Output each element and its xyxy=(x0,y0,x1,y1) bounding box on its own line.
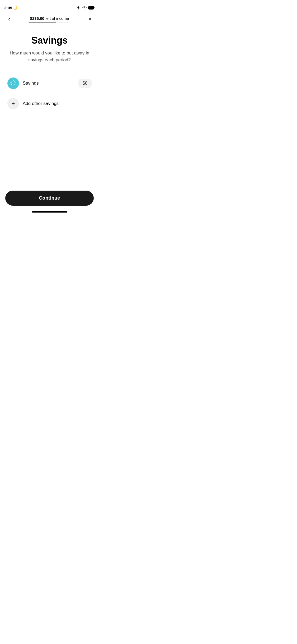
income-amount: $235.00 xyxy=(30,16,44,21)
income-suffix: left of income xyxy=(44,16,69,21)
battery-icon xyxy=(88,6,95,10)
add-savings-button[interactable]: + Add other savings xyxy=(7,93,92,114)
add-icon: + xyxy=(7,98,19,109)
nav-center: $235.00 left of income xyxy=(29,16,71,22)
wifi-icon xyxy=(82,6,87,10)
nav-income: $235.00 left of income xyxy=(29,16,71,21)
svg-rect-1 xyxy=(89,7,93,9)
savings-value[interactable]: $0 xyxy=(78,79,92,88)
status-bar: 2:05 🌙 xyxy=(0,0,99,12)
status-icons xyxy=(76,6,95,10)
savings-label: Savings xyxy=(23,81,39,86)
progress-fill xyxy=(29,22,56,22)
page-subtitle: How much would you like to put away in s… xyxy=(7,50,92,63)
time-label: 2:05 xyxy=(4,6,12,10)
nav-bar: < $235.00 left of income × xyxy=(0,12,99,27)
back-button[interactable]: < xyxy=(5,15,13,24)
status-time: 2:05 🌙 xyxy=(4,6,17,10)
home-indicator xyxy=(32,211,67,213)
savings-row[interactable]: Savings $0 xyxy=(7,74,92,93)
progress-bar xyxy=(29,22,71,22)
page-title: Savings xyxy=(7,35,92,46)
main-content: Savings How much would you like to put a… xyxy=(0,27,99,114)
moon-icon: 🌙 xyxy=(13,6,17,10)
piggy-bank-icon xyxy=(10,80,16,86)
savings-item-left: Savings xyxy=(7,77,39,89)
close-button[interactable]: × xyxy=(86,15,94,24)
continue-button[interactable]: Continue xyxy=(5,191,94,206)
savings-icon xyxy=(7,77,19,89)
continue-btn-container: Continue xyxy=(5,191,94,206)
airplane-icon xyxy=(76,6,81,10)
add-savings-label: Add other savings xyxy=(23,101,59,106)
